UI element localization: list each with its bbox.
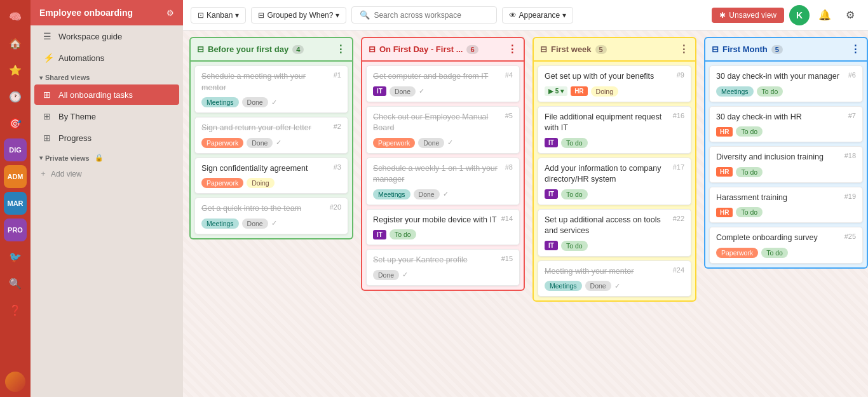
it-badge: IT — [545, 138, 558, 147]
unsaved-view-button[interactable]: ✱ Unsaved view — [712, 8, 784, 23]
task-footer: MeetingsDone✓ — [545, 281, 684, 291]
task-title: Register your mobile device with IT — [373, 215, 498, 226]
task-card[interactable]: Harassment training #19 HRTo do — [709, 187, 863, 224]
task-num: #24 — [673, 266, 684, 274]
task-num: #9 — [677, 71, 684, 79]
status-badge: To do — [736, 126, 763, 137]
task-card[interactable]: Get set up with of your benefits #9 ▶ 5 … — [538, 65, 691, 102]
sidebar-item-by-theme[interactable]: ⊞ By Theme — [34, 106, 179, 126]
task-card[interactable]: Set up your Kantree profile #15 Done✓ — [366, 249, 520, 286]
it-badge: IT — [373, 86, 386, 96]
grouped-arrow: ▾ — [336, 11, 339, 20]
mar-icon[interactable]: MAR — [4, 192, 27, 215]
search-bar-icon: 🔍 — [360, 10, 370, 20]
task-card[interactable]: Meeting with your mentor #24 MeetingsDon… — [538, 260, 691, 297]
search-bar[interactable]: 🔍 — [351, 6, 496, 24]
user-avatar[interactable]: K — [789, 5, 810, 25]
automations-icon: ⚡ — [43, 53, 53, 63]
adm-icon[interactable]: ADM — [4, 165, 27, 188]
task-card[interactable]: Complete onboarding survey #25 Paperwork… — [709, 227, 863, 264]
task-num: #15 — [501, 255, 513, 262]
task-title: 30 day check-in with your manager — [716, 71, 844, 83]
col-menu-icon[interactable]: ⋮ — [507, 43, 517, 55]
task-card[interactable]: Schedule a weekly 1 on 1 with your manag… — [366, 158, 520, 205]
task-card[interactable]: Add your information to company director… — [538, 158, 691, 205]
dig-icon[interactable]: DIG — [4, 138, 27, 161]
home-icon[interactable]: 🏠 — [4, 32, 27, 55]
tag-badge: Meetings — [716, 86, 754, 97]
status-badge: Done — [247, 138, 273, 148]
col-collapse-icon[interactable]: ⊟ — [712, 44, 719, 54]
section-arrow: ▾ — [39, 74, 43, 81]
appearance-arrow: ▾ — [562, 11, 566, 20]
sidebar-item-workspace-guide[interactable]: ☰ Workspace guide — [34, 26, 179, 46]
user-avatar-rail[interactable] — [5, 372, 25, 392]
sidebar: Employee onboarding ⚙ ☰ Workspace guide … — [31, 0, 183, 397]
clock-icon[interactable]: 🕐 — [4, 85, 27, 108]
sidebar-item-all-onboarding[interactable]: ⊞ All onboarding tasks — [34, 84, 179, 105]
shared-views-section: ▾ Shared views — [31, 69, 183, 84]
task-card[interactable]: Set up additional access on tools and se… — [538, 209, 691, 257]
col-header-col2: ⊟ On First Day - First ... 6 ⋮ — [361, 37, 525, 62]
col-menu-icon[interactable]: ⋮ — [850, 43, 860, 55]
col-collapse-icon[interactable]: ⊟ — [369, 44, 376, 54]
task-card[interactable]: Check out our Employee Manual Board #5 P… — [366, 106, 520, 154]
task-title: Diversity and inclusion training — [716, 152, 841, 163]
col-collapse-icon[interactable]: ⊟ — [197, 44, 204, 54]
logo-icon[interactable]: 🧠 — [4, 5, 27, 28]
task-card[interactable]: Get computer and badge from IT #4 ITDone… — [366, 65, 520, 102]
task-card[interactable]: Sign confidentiality agreement #3 Paperw… — [194, 158, 348, 194]
kanban-button[interactable]: ⊡ Kanban ▾ — [191, 7, 246, 24]
tag-badge: Paperwork — [373, 138, 415, 148]
notifications-icon[interactable]: 🔔 — [815, 5, 835, 25]
col-title-area: ⊟ On First Day - First ... 6 — [369, 44, 478, 54]
hr-badge: HR — [716, 127, 733, 137]
task-header: 30 day check-in with your manager #6 — [716, 71, 856, 83]
status-badge: Doing — [247, 178, 274, 188]
task-num: #14 — [501, 215, 513, 222]
task-num: #6 — [848, 71, 856, 79]
tag-badge: Meetings — [201, 97, 239, 107]
task-num: #4 — [505, 71, 513, 79]
status-badge: To do — [761, 248, 788, 258]
task-header: Harassment training #19 — [716, 192, 856, 204]
sidebar-settings-icon[interactable]: ⚙ — [166, 8, 174, 18]
help-icon[interactable]: ❓ — [4, 299, 27, 321]
search-input[interactable] — [374, 11, 488, 20]
task-card[interactable]: 30 day check-in with your manager #6 Mee… — [709, 65, 863, 102]
task-footer: ITTo do — [373, 229, 513, 239]
task-card[interactable]: Schedule a meeting with your mentor #1 M… — [194, 65, 348, 113]
status-badge: Done — [242, 219, 268, 229]
col-menu-icon[interactable]: ⋮ — [679, 43, 689, 55]
appearance-button[interactable]: 👁 Appearance ▾ — [502, 7, 574, 24]
task-card[interactable]: Get a quick intro to the team #20 Meetin… — [194, 198, 348, 234]
status-badge: Done — [418, 138, 444, 148]
sidebar-item-automations[interactable]: ⚡ Automations — [34, 48, 179, 68]
toolbar: ⊡ Kanban ▾ ⊟ Grouped by When? ▾ 🔍 👁 Appe… — [183, 0, 868, 30]
sidebar-item-progress[interactable]: ⊞ Progress — [34, 128, 179, 148]
settings-icon[interactable]: ⚙ — [840, 5, 860, 25]
col-collapse-icon[interactable]: ⊟ — [540, 44, 547, 54]
task-card[interactable]: 30 day check-in with HR #7 HRTo do — [709, 106, 863, 143]
pro-icon[interactable]: PRO — [4, 219, 27, 241]
col-menu-icon[interactable]: ⋮ — [336, 43, 346, 55]
col-header-col4: ⊟ First Month 5 ⋮ — [704, 37, 868, 62]
task-header: Register your mobile device with IT #14 — [373, 215, 513, 226]
task-header: 30 day check-in with HR #7 — [716, 112, 856, 123]
progress-icon: ⊞ — [43, 133, 53, 143]
target-icon[interactable]: 🎯 — [4, 112, 27, 135]
task-card[interactable]: Sign and return your offer letter #2 Pap… — [194, 117, 348, 154]
add-view-button[interactable]: ＋ Add view — [31, 165, 183, 183]
task-footer: ITTo do — [545, 138, 684, 148]
private-views-section: ▾ Private views 🔒 — [31, 149, 183, 165]
star-icon[interactable]: ⭐ — [4, 58, 27, 81]
task-card[interactable]: Diversity and inclusion training #18 HRT… — [709, 146, 863, 183]
task-card[interactable]: Register your mobile device with IT #14 … — [366, 209, 520, 246]
search-icon[interactable]: 🔍 — [4, 272, 27, 295]
task-num: #2 — [334, 123, 341, 130]
grouped-button[interactable]: ⊟ Grouped by When? ▾ — [251, 7, 346, 24]
task-num: #3 — [334, 163, 341, 171]
task-card[interactable]: File additional equipment request with I… — [538, 106, 691, 154]
bird-icon[interactable]: 🐦 — [4, 245, 27, 268]
task-footer: ▶ 5 ▾HRDoing — [545, 86, 684, 97]
